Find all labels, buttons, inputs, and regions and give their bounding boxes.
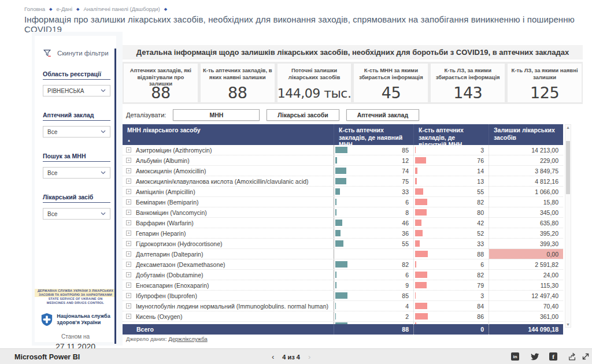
table-row[interactable]: +Альбумін (Albumin)1276229,00 [123,155,563,166]
kpi-value: 143 [453,84,482,102]
table-row[interactable]: +Ванкоміцин (Vancomycin)880345,00 [123,207,563,218]
table-row[interactable]: +Беміпарин (Bemiparin)68215,80 [123,197,563,207]
power-bi-footer-bar: Microsoft Power BI ‹ 4 из 4 › in f [0,348,592,364]
drill-button-pharmacy[interactable]: Аптечний заклад [346,109,419,121]
stock-value: 3 849,75 [489,166,563,176]
table-row[interactable]: +Далтепарин (Dalteparin)880,00 [123,249,563,259]
expand-row-icon[interactable]: + [126,314,131,319]
scroll-up-icon[interactable]: ▲ [565,125,571,129]
column-header-stock[interactable]: Залишки лікарських засобів [489,124,563,145]
diamond-separator-icon: ◆ [76,7,79,12]
stock-value: 395,20 [489,228,563,238]
expand-row-icon[interactable]: + [126,220,131,225]
inn-search-select[interactable]: Все [43,167,110,179]
stock-value: 14 213,00 [489,145,563,155]
filter-sidebar: Скинути фільтри Область реєстрації РІВНЕ… [35,36,116,342]
filter-group-region: Область реєстрації РІВНЕНСЬКА [43,70,110,96]
panel-divider [114,49,116,344]
share-icon[interactable] [568,352,577,362]
linkedin-icon[interactable]: in [511,352,520,362]
table-row[interactable]: +Дексаметазон (Dexamethasone)8262 591,82 [123,259,563,270]
expand-row-icon[interactable]: + [126,283,131,288]
next-page-icon[interactable]: › [308,353,310,361]
column-header-present[interactable]: К-сть аптечних закладів, де наявний МНН [334,124,413,145]
stock-value: 70,40 [489,301,563,311]
present-bar [335,209,336,216]
stock-value: 229,00 [489,155,563,165]
present-bar [335,272,336,278]
table-row[interactable]: +Кисень (Oxygen)286361,00 [123,311,563,322]
reset-filters-label: Скинути фільтри [57,50,109,57]
column-header-inn[interactable]: МНН лікарського засобу ▲ [123,124,334,145]
expand-row-icon[interactable]: + [126,147,131,153]
expand-row-icon[interactable]: + [126,293,131,298]
absent-bar [415,188,423,195]
present-bar [335,313,336,320]
expand-row-icon[interactable]: + [126,158,131,163]
expand-row-icon[interactable]: + [126,262,131,267]
drill-button-medicines[interactable]: Лікарські засоби [267,109,339,121]
nszu-logo: Національна служба здоров'я України [35,313,116,326]
stock-table: МНН лікарського засобу ▲ К-сть аптечних … [123,124,563,335]
page-counter: 4 из 4 [282,354,300,361]
fullscreen-icon[interactable] [582,352,591,362]
table-row[interactable]: +Амоксицилін (Amoxicillin)74143 849,75 [123,166,563,176]
diamond-separator-icon: ◆ [164,7,167,12]
breadcrumb-item-dashboards[interactable]: Аналітичні панелі (Дашборди) [83,6,160,12]
breadcrumb: Головна ◆ е-Дані ◆ Аналітичні панелі (Да… [24,6,167,12]
expand-row-icon[interactable]: + [126,210,131,215]
reset-filters-button[interactable]: Скинути фільтри [43,49,116,58]
data-source: Джерело даних: Держлікслужба [126,336,208,342]
page-title: Інформація про залишки лікарських засобі… [24,14,579,34]
medicine-name: Дексаметазон (Dexamethasone) [136,261,225,268]
table-total-row: Всего 88 0 144 090,18 [123,324,563,335]
medicine-select[interactable]: Все [43,208,110,220]
table-row[interactable]: +Еноксапарин (Enoxaparin)979115,30 [123,280,563,291]
stock-value: 115,30 [489,280,563,290]
expand-row-icon[interactable]: + [126,168,131,173]
table-row[interactable]: +Варфарин (Warfarin)4642635,80 [123,218,563,228]
inn-search-select-value: Все [47,170,57,176]
breadcrumb-item-edata[interactable]: е-Дані [56,6,72,12]
expand-row-icon[interactable]: + [126,251,131,257]
expand-row-icon[interactable]: + [126,179,131,184]
pharmacy-select[interactable]: Все [43,126,110,138]
expand-row-icon[interactable]: + [126,231,131,236]
table-row[interactable]: +Гідрокортизон (Hydrocortisone)5533399,3… [123,239,563,249]
drill-button-inn[interactable]: МНН [173,109,260,121]
twitter-icon[interactable] [531,352,540,362]
data-source-link[interactable]: Держлікслужба [168,336,207,342]
table-row[interactable]: +Добутамін (Dobutamine)68224,00 [123,270,563,280]
expand-row-icon[interactable]: + [126,272,131,277]
expand-row-icon[interactable]: + [126,303,131,309]
column-header-absent[interactable]: К-сть аптечних закладів, де відсутній МН… [413,124,489,145]
scrollbar-thumb[interactable] [566,141,570,194]
kpi-card-lz-with-stock: К-ть ЛЗ, за якими наявні залишки 125 [508,64,582,102]
sort-ascending-icon: ▲ [127,137,131,144]
stock-value: 0,00 [489,249,563,259]
present-bar [335,178,346,184]
table-row[interactable]: +Гепарин (Heparin)3652395,20 [123,228,563,239]
expand-row-icon[interactable]: + [126,199,131,205]
report-panel: Детальна інформація щодо залишків лікарс… [123,32,583,346]
absent-bar [415,209,427,216]
absent-bar [415,282,427,288]
power-bi-dashboard-page: Головна ◆ е-Дані ◆ Аналітичні панелі (Да… [0,0,592,364]
table-scrollbar[interactable]: ▲ ▼ [565,124,571,328]
expand-row-icon[interactable]: + [126,241,131,246]
table-row[interactable]: +Ампіцилін (Ampicillin)33551 066,00 [123,187,563,197]
as-of-label: Станом на [35,333,116,340]
expand-row-icon[interactable]: + [126,189,131,194]
stock-value: 635,80 [489,218,563,228]
facebook-icon[interactable]: f [549,352,558,362]
region-select[interactable]: РІВНЕНСЬКА [43,85,110,96]
previous-page-icon[interactable]: ‹ [272,353,274,361]
medicine-name: Азитроміцин (Azithromycin) [136,147,212,154]
breadcrumb-item-home[interactable]: Головна [24,6,45,12]
table-row[interactable]: +Амоксицилін/клавуланова кислота (Amoxic… [123,176,563,187]
absent-bar [415,303,427,309]
logos-block: ДЕРЖАВНА СЛУЖБА УКРАЇНИ З ЛІКАРСЬКИХ ЗАС… [35,289,116,351]
table-row[interactable]: +Ібупрофен (Ibuprofen)85312 497,40 [123,291,563,301]
scroll-down-icon[interactable]: ▼ [565,322,571,326]
table-row[interactable]: +Імуноглобулін людини нормальний (Immuno… [123,301,563,311]
